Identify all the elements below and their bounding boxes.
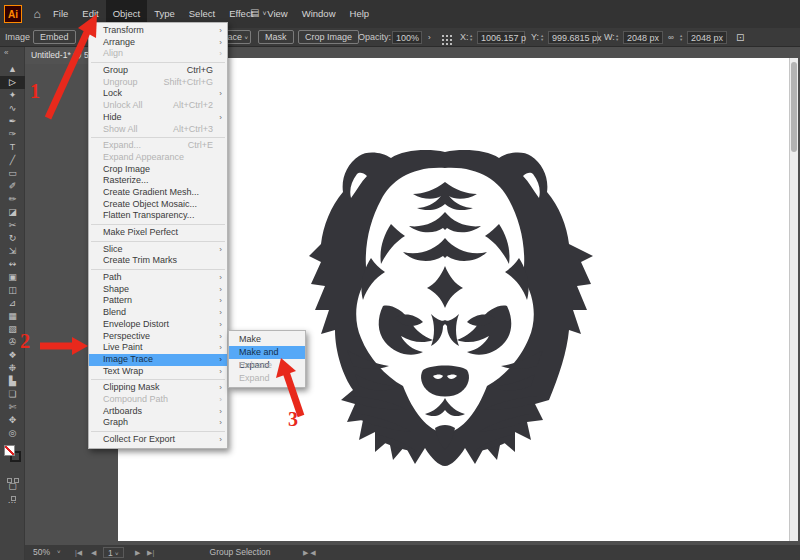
menu-item-shape[interactable]: Shape› [89,284,227,296]
next-artboard-icon[interactable]: ▶ [135,545,140,560]
w-stepper[interactable]: ▴▾ [616,34,618,42]
rectangle-tool[interactable]: ▭ [0,167,25,180]
workspace-switcher[interactable]: ▤˅ [250,7,267,18]
status-bar: 50% ˅ |◀ ◀ 1 ˅ ▶ ▶| Group Selection ▶ ◀ [25,545,800,560]
collapse-panel-icon[interactable]: « [4,48,8,57]
submenu-arrow-icon: › [219,366,222,378]
previous-artboard-icon[interactable]: ◀ [91,545,96,560]
menu-window[interactable]: Window [295,0,343,28]
scale-tool[interactable]: ⇲ [0,245,25,258]
menu-item-clipping-mask[interactable]: Clipping Mask› [89,382,227,394]
artboard-number-field[interactable]: 1 ˅ [103,547,124,558]
y-stepper[interactable]: ▴▾ [541,34,543,42]
zoom-dropdown-icon[interactable]: ˅ [57,545,61,560]
zoom-level[interactable]: 50% [33,545,50,560]
submenu-arrow-icon: › [219,25,222,37]
menu-separator [91,241,225,242]
free-transform-tool[interactable]: ▣ [0,271,25,284]
vertical-scrollbar[interactable] [789,58,798,541]
hand-tool[interactable]: ✥ [0,414,25,427]
h-stepper[interactable]: ▴▾ [680,34,682,42]
scrollbar-thumb[interactable] [791,62,797,152]
menu-item-slice[interactable]: Slice› [89,244,227,256]
selection-tool[interactable]: ▲ [0,63,25,76]
symbol-sprayer-tool[interactable]: ❉ [0,362,25,375]
menu-item-create-gradient-mesh[interactable]: Create Gradient Mesh... [89,187,227,199]
menu-item-collect-for-export[interactable]: Collect For Export› [89,434,227,446]
mesh-tool[interactable]: ▦ [0,310,25,323]
slice-tool[interactable]: ✄ [0,401,25,414]
menu-item-live-paint[interactable]: Live Paint› [89,342,227,354]
tiger-head-artwork[interactable] [295,138,595,468]
menu-item-blend[interactable]: Blend› [89,307,227,319]
magic-wand-tool[interactable]: ✦ [0,89,25,102]
opacity-value-field[interactable]: 100% [392,31,422,44]
opacity-options-icon[interactable]: › [428,28,431,47]
more-options-icon[interactable]: ⊡ [736,28,744,47]
menu-item-path[interactable]: Path› [89,272,227,284]
mask-button[interactable]: Mask [258,30,294,44]
menu-item-text-wrap[interactable]: Text Wrap› [89,366,227,378]
direct-selection-tool[interactable]: ▷ [0,76,25,89]
status-expander-icons[interactable]: ▶ ◀ [303,545,316,560]
shape-builder-tool[interactable]: ◫ [0,284,25,297]
draw-mode-button[interactable]: ▢ [0,481,25,491]
reference-point-icon[interactable] [442,35,444,37]
current-tool-status: Group Selection [185,545,295,560]
height-field[interactable]: 2048 px [687,31,727,44]
rotate-tool[interactable]: ↻ [0,232,25,245]
fill-stroke-swatches[interactable] [4,445,22,463]
menu-item-arrange[interactable]: Arrange› [89,37,227,49]
menu-item-lock[interactable]: Lock› [89,88,227,100]
menu-item-graph[interactable]: Graph› [89,417,227,429]
zoom-tool[interactable]: ◎ [0,427,25,440]
constrain-proportions-icon[interactable]: ∞ [668,28,674,47]
home-icon[interactable]: ⌂ [28,5,46,23]
eraser-tool[interactable]: ◪ [0,206,25,219]
menu-item-create-object-mosaic[interactable]: Create Object Mosaic... [89,199,227,211]
artboard-tool[interactable]: ❏ [0,388,25,401]
pen-tool[interactable]: ✒ [0,115,25,128]
menu-help[interactable]: Help [343,0,377,28]
menu-item-artboards[interactable]: Artboards› [89,406,227,418]
menu-item-pattern[interactable]: Pattern› [89,295,227,307]
menu-item-group[interactable]: GroupCtrl+G [89,65,227,77]
embed-button[interactable]: Embed [33,30,76,44]
paintbrush-tool[interactable]: ✐ [0,180,25,193]
chevron-down-icon: ˅ [262,10,266,17]
x-value-field[interactable]: 1006.157 p [477,31,525,44]
menu-item-perspective[interactable]: Perspective› [89,331,227,343]
last-artboard-icon[interactable]: ▶| [147,545,154,560]
perspective-grid-tool[interactable]: ⊿ [0,297,25,310]
submenu-arrow-icon: › [219,406,222,418]
line-segment-tool[interactable]: ╱ [0,154,25,167]
illustrator-window: Ai ⌂ FileEditObjectTypeSelectEffectViewW… [0,0,800,560]
edit-toolbar-ellipsis[interactable]: … [0,495,25,505]
scissors-tool[interactable]: ✂ [0,219,25,232]
menu-file[interactable]: File [46,0,75,28]
menu-item-rasterize[interactable]: Rasterize... [89,175,227,187]
x-stepper[interactable]: ▴▾ [470,34,472,42]
menu-item-flatten-transparency[interactable]: Flatten Transparency... [89,210,227,222]
type-tool[interactable]: T [0,141,25,154]
width-field[interactable]: 2048 px [623,31,663,44]
menu-item-create-trim-marks[interactable]: Create Trim Marks [89,255,227,267]
y-value-field[interactable]: 999.6815 px [548,31,598,44]
first-artboard-icon[interactable]: |◀ [75,545,82,560]
submenu-item-make[interactable]: Make [229,333,305,346]
fill-swatch-none[interactable] [4,445,15,456]
submenu-arrow-icon: › [219,331,222,343]
menu-item-image-trace[interactable]: Image Trace› [89,354,227,366]
curvature-tool[interactable]: ✑ [0,128,25,141]
menu-item-transform[interactable]: Transform› [89,25,227,37]
crop-image-button[interactable]: Crop Image [298,30,359,44]
menu-item-crop-image[interactable]: Crop Image [89,164,227,176]
column-graph-tool[interactable]: ▙ [0,375,25,388]
submenu-item-make-and-expand[interactable]: Make and Expand [229,346,305,359]
width-tool[interactable]: ↭ [0,258,25,271]
menu-item-envelope-distort[interactable]: Envelope Distort› [89,319,227,331]
pencil-tool[interactable]: ✏ [0,193,25,206]
menu-item-hide[interactable]: Hide› [89,112,227,124]
lasso-tool[interactable]: ∿ [0,102,25,115]
menu-item-make-pixel-perfect[interactable]: Make Pixel Perfect [89,227,227,239]
